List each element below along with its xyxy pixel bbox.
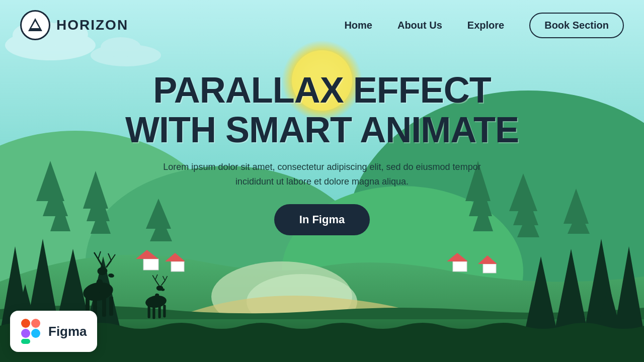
svg-rect-36 (483, 264, 496, 273)
logo-area: HORIZON (20, 10, 128, 40)
svg-rect-32 (171, 261, 184, 272)
figma-badge: Figma (10, 311, 97, 352)
figma-logo-icon (20, 319, 41, 344)
hero-subtitle: Lorem ipsum dolor sit amet, consectetur … (146, 160, 498, 189)
svg-rect-101 (31, 329, 40, 338)
svg-rect-99 (21, 329, 30, 338)
navbar: HORIZON Home About Us Explore Book Secti… (0, 0, 644, 50)
figma-badge-text: Figma (48, 324, 87, 339)
hero-title-line1: PARALLAX EFFECT (153, 70, 491, 110)
nav-link-home[interactable]: Home (344, 20, 372, 31)
hero-cta-button[interactable]: In Figma (274, 204, 370, 235)
svg-rect-92 (152, 305, 155, 319)
nav-link-about[interactable]: About Us (397, 20, 442, 31)
nav-links: Home About Us Explore Book Section (344, 13, 624, 38)
svg-rect-98 (31, 319, 40, 328)
svg-rect-93 (158, 305, 161, 318)
svg-rect-97 (21, 319, 30, 328)
svg-rect-80 (109, 297, 113, 316)
svg-rect-79 (102, 297, 106, 317)
svg-point-84 (161, 288, 165, 291)
svg-rect-91 (148, 305, 150, 318)
svg-rect-34 (453, 261, 467, 272)
svg-rect-94 (163, 305, 166, 318)
logo-text: HORIZON (56, 17, 128, 33)
svg-rect-100 (21, 339, 30, 344)
hero-content: PARALLAX EFFECT WITH SMART ANIMATE Lorem… (0, 70, 644, 235)
svg-rect-30 (143, 259, 158, 270)
page-wrapper: HORIZON Home About Us Explore Book Secti… (0, 0, 644, 362)
hero-title-line2: WITH SMART ANIMATE (125, 110, 519, 150)
logo-icon (20, 10, 50, 40)
nav-cta-button[interactable]: Book Section (529, 13, 624, 38)
nav-link-explore[interactable]: Explore (467, 20, 504, 31)
mountain-icon (26, 16, 44, 34)
hero-title: PARALLAX EFFECT WITH SMART ANIMATE (0, 70, 644, 150)
